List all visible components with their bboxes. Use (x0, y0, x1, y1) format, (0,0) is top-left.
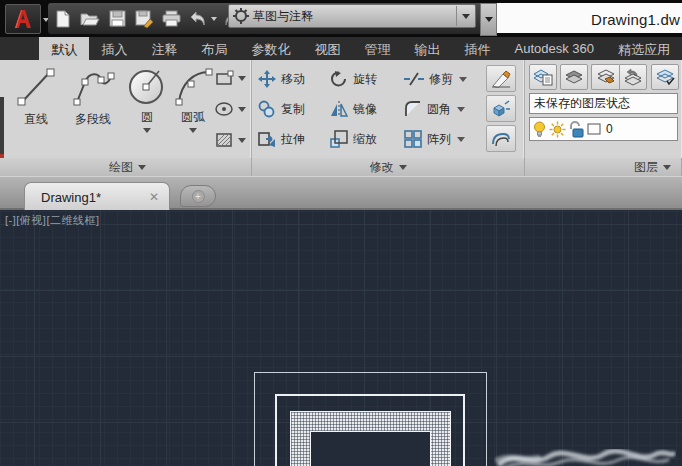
new-file-button[interactable] (51, 7, 75, 31)
drawn-hatched-band (290, 411, 451, 466)
unlock-icon (569, 121, 584, 138)
stretch-button[interactable]: 拉伸 (258, 126, 326, 152)
layer-on-bulb-icon (533, 121, 546, 138)
explode-button[interactable] (486, 95, 516, 122)
move-label: 移动 (281, 71, 305, 88)
mirror-button[interactable]: 镜像 (330, 96, 402, 122)
copy-icon (258, 100, 276, 118)
layer-properties-button[interactable] (529, 64, 557, 90)
draw-panel-expand-arrow-icon[interactable] (138, 165, 146, 170)
tab-featured-apps[interactable]: 精选应用 (606, 37, 682, 60)
printer-icon (162, 10, 181, 27)
layer-state-dropdown[interactable]: 未保存的图层状态 (529, 93, 678, 114)
save-as-button[interactable] (132, 7, 156, 31)
scale-icon (330, 130, 348, 148)
array-button[interactable]: 阵列 (404, 126, 484, 152)
circle-button[interactable]: 圆 (126, 64, 168, 133)
hatch-icon (215, 132, 235, 148)
document-tab-bar: Drawing1* ✕ + (0, 176, 682, 210)
open-folder-icon (80, 11, 100, 27)
make-current-layer-button[interactable] (591, 64, 619, 90)
fillet-button[interactable]: 圆角 (404, 96, 484, 122)
rectangle-button[interactable] (210, 63, 250, 93)
save-icon (109, 10, 126, 27)
layer-state-value: 未保存的图层状态 (534, 95, 630, 112)
array-dropdown-arrow-icon[interactable] (457, 137, 465, 142)
new-drawing-tab-button[interactable]: + (180, 185, 216, 207)
undo-button[interactable] (186, 7, 210, 31)
layer-match-button[interactable] (560, 64, 588, 90)
save-as-icon (135, 10, 154, 28)
layer-state-button[interactable] (651, 64, 679, 90)
freehand-scribble (494, 438, 676, 466)
circle-dropdown-arrow-icon[interactable] (143, 128, 151, 133)
open-file-button[interactable] (78, 7, 102, 31)
stretch-label: 拉伸 (281, 131, 305, 148)
workspace-selector[interactable]: 草图与注释 (228, 4, 476, 28)
arc-icon (171, 64, 215, 108)
explode-icon (491, 100, 511, 118)
move-icon (258, 70, 276, 88)
layer-dropdown[interactable]: 0 (529, 117, 678, 141)
trim-dropdown-arrow-icon[interactable] (459, 77, 467, 82)
thaw-sun-icon (549, 121, 566, 138)
layer-panel-title[interactable]: 图层 (525, 158, 682, 176)
previous-layer-icon (623, 68, 643, 86)
gear-icon (233, 8, 249, 24)
modify-panel-title[interactable]: 修改 (252, 158, 525, 176)
rectangle-dropdown-arrow-icon[interactable] (238, 76, 246, 81)
print-button[interactable] (159, 7, 183, 31)
move-button[interactable]: 移动 (258, 66, 326, 92)
qat-customize-button[interactable] (480, 3, 497, 36)
ellipse-dropdown-arrow-icon[interactable] (238, 107, 246, 112)
save-button[interactable] (105, 7, 129, 31)
tab-home[interactable]: 默认 (39, 37, 89, 60)
draw-panel-title[interactable]: 绘图 (4, 158, 252, 176)
workspace-dropdown-arrow-icon (462, 14, 470, 19)
tab-autodesk360[interactable]: Autodesk 360 (502, 37, 606, 60)
hatch-button[interactable] (210, 125, 250, 155)
tab-insert[interactable]: 插入 (89, 37, 139, 60)
fillet-dropdown-arrow-icon[interactable] (457, 107, 465, 112)
previous-layer-button[interactable] (619, 64, 647, 90)
tab-plugins[interactable]: 插件 (452, 37, 502, 60)
tab-view[interactable]: 视图 (302, 37, 352, 60)
modify-panel: 移动 旋转 修剪 (252, 60, 525, 158)
line-label: 直线 (12, 111, 60, 128)
offset-button[interactable] (486, 125, 516, 152)
document-tab-drawing1[interactable]: Drawing1* ✕ (24, 182, 170, 211)
tab-manage[interactable]: 管理 (352, 37, 402, 60)
tab-layout[interactable]: 布局 (189, 37, 239, 60)
layer-stack-icon (564, 68, 584, 86)
hatch-dropdown-arrow-icon[interactable] (238, 138, 246, 143)
tab-parametric[interactable]: 参数化 (239, 37, 302, 60)
rectangle-icon (215, 70, 235, 86)
layer-panel-expand-arrow-icon[interactable] (663, 165, 671, 170)
copy-button[interactable]: 复制 (258, 96, 326, 122)
polyline-button[interactable]: 多段线 (62, 64, 124, 128)
trim-button[interactable]: 修剪 (404, 66, 484, 92)
line-button[interactable]: 直线 (12, 64, 60, 128)
tab-annotate[interactable]: 注释 (139, 37, 189, 60)
application-menu-button[interactable] (5, 4, 41, 34)
drawing-canvas[interactable]: [-][俯视][二维线框] (0, 210, 682, 466)
modify-panel-expand-arrow-icon[interactable] (399, 165, 407, 170)
close-tab-icon[interactable]: ✕ (149, 190, 159, 204)
workspace-label: 草图与注释 (253, 8, 456, 25)
stretch-icon (258, 130, 276, 148)
viewport-controls[interactable]: [-][俯视][二维线框] (5, 213, 100, 228)
undo-dropdown-arrow-icon[interactable] (211, 17, 217, 21)
erase-button[interactable] (486, 65, 516, 92)
arc-dropdown-arrow-icon[interactable] (189, 128, 197, 133)
rotate-button[interactable]: 旋转 (330, 66, 402, 92)
erase-icon (491, 70, 511, 88)
circle-label: 圆 (126, 109, 168, 126)
trim-label: 修剪 (429, 71, 453, 88)
hatch-inner-opening (310, 431, 431, 466)
scale-button[interactable]: 缩放 (330, 126, 402, 152)
tab-output[interactable]: 输出 (402, 37, 452, 60)
draw-panel: 直线 多段线 (4, 60, 252, 158)
rotate-icon (330, 70, 348, 88)
make-current-layer-icon (596, 68, 616, 86)
ellipse-button[interactable] (210, 94, 250, 124)
